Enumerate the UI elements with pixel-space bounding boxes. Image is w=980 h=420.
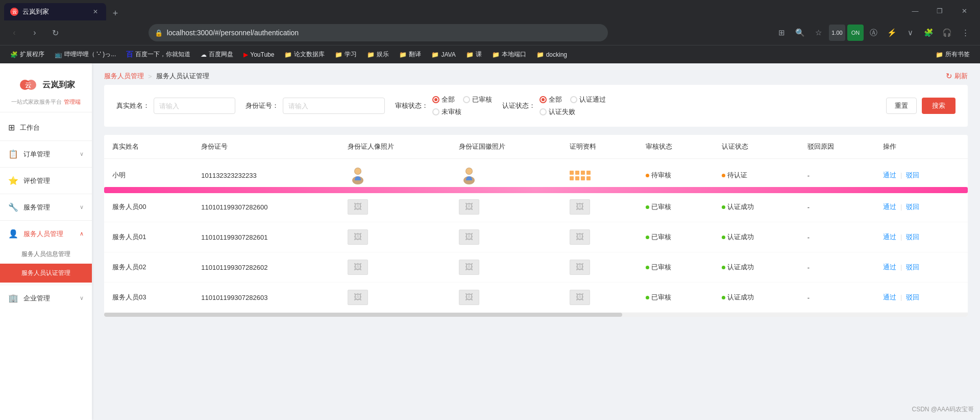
reject-btn-0[interactable]: 驳回 — [906, 171, 919, 179]
auth-radio-all[interactable]: 全部 — [540, 95, 562, 104]
translate-icon[interactable]: ⊞ — [774, 25, 790, 41]
search-icon[interactable]: 🔍 — [792, 25, 808, 41]
tab-close-btn[interactable]: ✕ — [91, 7, 100, 16]
bookmark-java[interactable]: 📁 JAVA — [427, 49, 459, 60]
sidebar-sub-personnel-info[interactable]: 服务人员信息管理 — [0, 245, 92, 264]
sidebar-item-workbench[interactable]: ⊞ 工作台 — [0, 116, 92, 138]
national-img-3[interactable]: 🖼 — [459, 260, 479, 275]
national-img-1[interactable]: 🖼 — [459, 199, 479, 215]
extensions-icon[interactable]: 1.00 — [829, 25, 845, 41]
reject-btn-4[interactable]: 驳回 — [906, 293, 919, 301]
bluetooth-icon[interactable]: ⚡ — [884, 25, 900, 41]
reset-button[interactable]: 重置 — [886, 98, 917, 114]
vpn-icon[interactable]: ON — [847, 25, 864, 41]
minimize-button[interactable]: — — [903, 3, 927, 18]
audit-audited-label: 已审核 — [472, 95, 492, 104]
approve-btn-3[interactable]: 通过 — [883, 263, 896, 271]
approve-btn-2[interactable]: 通过 — [883, 233, 896, 241]
table-row: 服务人员03 110101199307282603 🖼 🖼 — [104, 283, 968, 313]
bookmark-bilibili[interactable]: 📺 哔哩哔哩（ '-' )っ... — [51, 48, 120, 61]
sidebar-item-personnel[interactable]: 👤 服务人员管理 ∧ — [0, 223, 92, 245]
proof-img-2[interactable]: 🖼 — [570, 229, 590, 245]
audit-unaudited-dot — [432, 108, 439, 115]
proof-img-3[interactable]: 🖼 — [570, 260, 590, 275]
auth-status-3: 认证成功 — [722, 263, 754, 272]
auth-status-4: 认证成功 — [722, 293, 754, 302]
bookmark-entertainment[interactable]: 📁 娱乐 — [363, 48, 393, 61]
audit-radio-audited[interactable]: 已审核 — [463, 95, 492, 104]
bookmark-icon[interactable]: ☆ — [811, 25, 827, 41]
img-icon-n2: 🖼 — [465, 232, 473, 242]
approve-btn-0[interactable]: 通过 — [883, 171, 896, 179]
bookmark-paper[interactable]: 📁 论文数据库 — [280, 48, 329, 61]
auth-radio-failed[interactable]: 认证失败 — [540, 107, 575, 116]
url-bar[interactable]: 🔒 localhost:3000/#/personnel/authenticat… — [149, 24, 608, 41]
cell-portrait-3: 🖼 — [339, 252, 451, 283]
forward-button[interactable]: › — [27, 25, 43, 41]
approve-btn-1[interactable]: 通过 — [883, 203, 896, 211]
headset-icon[interactable]: 🎧 — [939, 25, 955, 41]
profile-icon[interactable]: Ⓐ — [866, 25, 882, 41]
national-img-4[interactable]: 🖼 — [459, 290, 479, 305]
bookmark-local[interactable]: 📁 本地端口 — [488, 48, 530, 61]
bookmark-extensions[interactable]: 🧩 扩展程序 — [6, 48, 48, 61]
audit-radio-all[interactable]: 全部 — [432, 95, 455, 104]
reject-btn-1[interactable]: 驳回 — [906, 203, 919, 211]
national-img-2[interactable]: 🖼 — [459, 229, 479, 245]
audit-radio-row-2: 未审核 — [432, 107, 492, 116]
back-button[interactable]: ‹ — [6, 25, 22, 41]
cell-id-4: 110101199307282603 — [193, 283, 339, 313]
auth-all-dot — [540, 96, 547, 103]
bookmark-docking[interactable]: 📁 docking — [532, 49, 571, 60]
divider-2 — [0, 167, 92, 168]
sidebar-item-enterprise[interactable]: 🏢 企业管理 ∨ — [0, 287, 92, 309]
portrait-img-2[interactable]: 🖼 — [348, 229, 368, 245]
breadcrumb-parent[interactable]: 服务人员管理 — [104, 72, 144, 81]
national-svg-0 — [460, 166, 478, 184]
new-tab-button[interactable]: + — [108, 6, 122, 20]
sidebar-item-order[interactable]: 📋 订单管理 ∨ — [0, 143, 92, 165]
cell-id-3: 110101199307282602 — [193, 252, 339, 283]
img-icon-4: 🖼 — [354, 293, 362, 302]
puzzle-icon[interactable]: 🧩 — [921, 25, 937, 41]
auth-radio-passed[interactable]: 认证通过 — [570, 95, 606, 104]
data-table: 真实姓名 身份证号 身份证人像照片 身份证国徽照片 证明资料 审核状态 认证状态… — [104, 135, 968, 313]
bookmark-youtube[interactable]: ▶ YouTube — [239, 49, 278, 60]
sidebar-sub-personnel-auth[interactable]: 服务人员认证管理 — [0, 264, 92, 283]
reject-btn-2[interactable]: 驳回 — [906, 233, 919, 241]
bilibili-icon: 📺 — [55, 51, 62, 58]
refresh-button[interactable]: ↻ 刷新 — [946, 72, 968, 81]
sidebar-item-review[interactable]: ⭐ 评价管理 — [0, 170, 92, 192]
approve-btn-4[interactable]: 通过 — [883, 293, 896, 301]
proof-dots-0[interactable] — [570, 171, 629, 180]
portrait-img-4[interactable]: 🖼 — [348, 290, 368, 305]
proof-img-4[interactable]: 🖼 — [570, 290, 590, 305]
meta-icon[interactable]: ∨ — [902, 25, 919, 41]
reject-btn-3[interactable]: 驳回 — [906, 263, 919, 271]
search-button[interactable]: 搜索 — [922, 98, 955, 114]
horizontal-scrollbar[interactable] — [104, 313, 968, 317]
bookmark-baidupan[interactable]: ☁ 百度网盘 — [197, 48, 237, 61]
bookmark-all[interactable]: 📁 所有书签 — [932, 48, 974, 61]
active-tab[interactable]: 云 云岚到家 ✕ — [4, 3, 106, 20]
portrait-avatar-0[interactable] — [348, 166, 368, 184]
cell-id-2: 110101199307282601 — [193, 222, 339, 252]
sidebar-item-service[interactable]: 🔧 服务管理 ∨ — [0, 196, 92, 218]
menu-icon[interactable]: ⋮ — [958, 25, 974, 41]
portrait-img-3[interactable]: 🖼 — [348, 260, 368, 275]
proof-img-1[interactable]: 🖼 — [570, 199, 590, 215]
national-avatar-0[interactable] — [459, 166, 479, 184]
real-name-input[interactable] — [154, 98, 235, 114]
maximize-button[interactable]: ❐ — [928, 3, 951, 18]
portrait-img-1[interactable]: 🖼 — [348, 199, 368, 215]
bookmark-baidu[interactable]: 百 百度一下，你就知道 — [122, 48, 194, 61]
bookmark-course[interactable]: 📁 课 — [462, 48, 486, 61]
lock-icon: 🔒 — [155, 29, 163, 37]
action-sep-2: | — [900, 233, 902, 241]
id-number-input[interactable] — [283, 98, 385, 114]
close-button[interactable]: ✕ — [952, 3, 976, 18]
audit-radio-unaudited[interactable]: 未审核 — [432, 107, 461, 116]
bookmark-translate[interactable]: 📁 翻译 — [395, 48, 425, 61]
reload-button[interactable]: ↻ — [47, 25, 63, 41]
bookmark-study[interactable]: 📁 学习 — [331, 48, 361, 61]
